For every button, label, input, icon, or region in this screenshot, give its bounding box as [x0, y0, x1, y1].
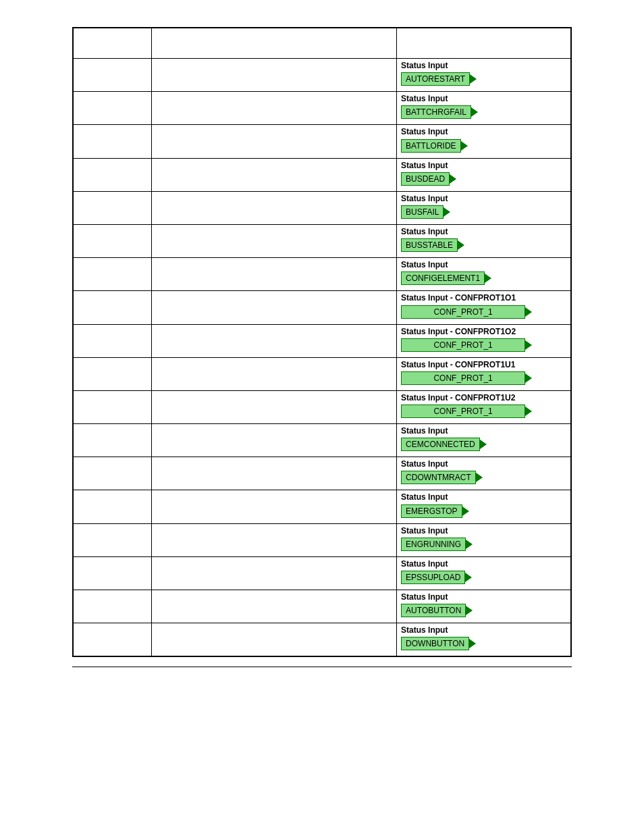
cell-col3: Status Input - CONFPROT1U2CONF_PROT_1: [397, 390, 571, 423]
signal-block: EMERGSTOP: [401, 504, 462, 518]
cell-col2: [152, 424, 397, 457]
table-row: Status InputAUTORESTART: [73, 59, 571, 92]
cell-col3: Status InputAUTOBUTTON: [397, 590, 571, 623]
header-cell-1: [73, 28, 152, 59]
table-row: Status Input - CONFPROT1U1CONF_PROT_1: [73, 357, 571, 390]
block-row: CONF_PROT_1: [401, 371, 566, 385]
signal-block: CEMCONNECTED: [401, 438, 480, 451]
cell-col2: [152, 324, 397, 357]
block-row: AUTOBUTTON: [401, 604, 566, 617]
signal-block: CONF_PROT_1: [401, 305, 525, 319]
status-input-label: Status Input: [401, 427, 566, 436]
cell-col1: [73, 92, 152, 125]
output-arrow-icon: [450, 174, 456, 184]
table-row: Status InputENGRUNNING: [73, 523, 571, 556]
output-arrow-icon: [525, 340, 532, 350]
block-row: BUSFAIL: [401, 205, 566, 219]
table-row: Status InputAUTOBUTTON: [73, 590, 571, 623]
cell-col1: [73, 590, 152, 623]
table-row: Status InputBUSSTABLE: [73, 224, 571, 257]
signal-block: BUSDEAD: [401, 172, 450, 186]
signal-block: CONF_PROT_1: [401, 338, 525, 352]
output-arrow-icon: [462, 506, 469, 516]
table-row: Status Input - CONFPROT1U2CONF_PROT_1: [73, 390, 571, 423]
block-row: CEMCONNECTED: [401, 438, 566, 451]
cell-col3: Status InputCONFIGELEMENT1: [397, 258, 571, 291]
block-row: CDOWNTMRACT: [401, 471, 566, 484]
signal-block: AUTOBUTTON: [401, 604, 466, 617]
status-input-label: Status Input - CONFPROT1O1: [401, 294, 566, 303]
cell-col3: Status InputBATTLORIDE: [397, 125, 571, 158]
block-row: BUSDEAD: [401, 172, 566, 186]
output-arrow-icon: [470, 74, 477, 84]
output-arrow-icon: [525, 373, 532, 383]
output-arrow-icon: [465, 573, 472, 582]
cell-col3: Status InputENGRUNNING: [397, 523, 571, 556]
table-row: Status InputDOWNBUTTON: [73, 623, 571, 657]
table-row: Status InputCEMCONNECTED: [73, 424, 571, 457]
cell-col1: [73, 224, 152, 257]
table-row: Status InputBUSDEAD: [73, 158, 571, 191]
block-row: BUSSTABLE: [401, 238, 566, 252]
cell-col2: [152, 224, 397, 257]
block-row: ENGRUNNING: [401, 538, 566, 551]
table-row: Status InputCDOWNTMRACT: [73, 457, 571, 490]
cell-col3: Status Input - CONFPROT1U1CONF_PROT_1: [397, 357, 571, 390]
cell-col3: Status InputBUSSTABLE: [397, 224, 571, 257]
cell-col1: [73, 390, 152, 423]
status-input-label: Status Input: [401, 161, 566, 170]
cell-col1: [73, 623, 152, 657]
cell-col3: Status InputBATTCHRGFAIL: [397, 92, 571, 125]
table-row: Status InputBATTLORIDE: [73, 125, 571, 158]
cell-col2: [152, 556, 397, 590]
cell-col3: Status InputBUSDEAD: [397, 158, 571, 191]
status-input-label: Status Input - CONFPROT1U2: [401, 394, 566, 402]
output-arrow-icon: [461, 141, 468, 151]
output-arrow-icon: [466, 606, 473, 615]
signal-block: BATTCHRGFAIL: [401, 105, 471, 119]
status-input-label: Status Input: [401, 61, 566, 70]
block-row: DOWNBUTTON: [401, 637, 566, 650]
cell-col1: [73, 291, 152, 324]
cell-col2: [152, 59, 397, 92]
table-row: Status InputBATTCHRGFAIL: [73, 92, 571, 125]
cell-col3: Status InputCDOWNTMRACT: [397, 457, 571, 490]
output-arrow-icon: [525, 307, 532, 317]
output-arrow-icon: [471, 107, 478, 117]
cell-col3: Status InputBUSFAIL: [397, 191, 571, 224]
status-input-label: Status Input: [401, 128, 566, 136]
block-row: EMERGSTOP: [401, 504, 566, 518]
cell-col1: [73, 490, 152, 523]
status-input-label: Status Input: [401, 261, 566, 269]
output-arrow-icon: [444, 207, 450, 217]
signal-block: BUSFAIL: [401, 205, 444, 219]
cell-col3: Status InputEMERGSTOP: [397, 490, 571, 523]
signal-block: CDOWNTMRACT: [401, 471, 476, 484]
cell-col1: [73, 424, 152, 457]
status-input-label: Status Input: [401, 228, 566, 236]
cell-col2: [152, 92, 397, 125]
cell-col3: Status InputDOWNBUTTON: [397, 623, 571, 657]
cell-col2: [152, 258, 397, 291]
status-input-label: Status Input: [401, 493, 566, 502]
footer-divider: [72, 667, 572, 667]
table-row: Status Input - CONFPROT1O2CONF_PROT_1: [73, 324, 571, 357]
cell-col2: [152, 390, 397, 423]
cell-col2: [152, 158, 397, 191]
block-row: CONFIGELEMENT1: [401, 271, 566, 285]
block-row: CONF_PROT_1: [401, 405, 566, 418]
output-arrow-icon: [485, 273, 491, 283]
cell-col1: [73, 523, 152, 556]
cell-col2: [152, 191, 397, 224]
cell-col2: [152, 490, 397, 523]
status-input-label: Status Input: [401, 95, 566, 103]
cell-col3: Status InputAUTORESTART: [397, 59, 571, 92]
cell-col2: [152, 457, 397, 490]
block-row: BATTLORIDE: [401, 139, 566, 153]
signal-block: EPSSUPLOAD: [401, 571, 465, 584]
signal-block: CONF_PROT_1: [401, 371, 525, 385]
signal-block: DOWNBUTTON: [401, 637, 469, 650]
status-input-label: Status Input - CONFPROT1O2: [401, 328, 566, 336]
signal-block: ENGRUNNING: [401, 538, 466, 551]
cell-col2: [152, 590, 397, 623]
